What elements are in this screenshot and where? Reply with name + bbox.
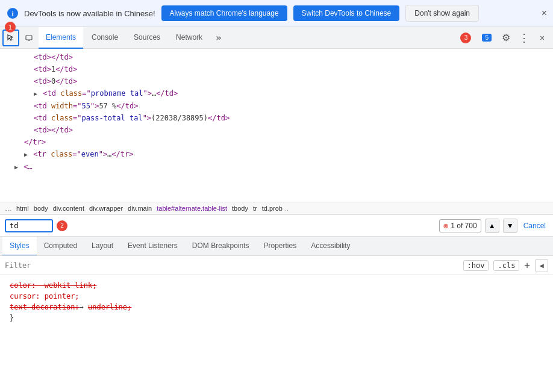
switch-devtools-button[interactable]: Switch DevTools to Chinese bbox=[293, 5, 400, 21]
css-cursor-prop: cursor: pointer; bbox=[10, 292, 80, 300]
device-toggle-button[interactable] bbox=[20, 30, 37, 46]
tab-badge-1: 1 bbox=[5, 22, 16, 33]
expand-triangle[interactable]: ▶ bbox=[14, 164, 18, 170]
error-count-badge: 3 bbox=[460, 33, 471, 43]
html-tree-panel: <td></td> <td>1</td> <td>0</td> ▶ <td cl… bbox=[0, 49, 553, 202]
tag-open: <td> bbox=[34, 53, 51, 61]
more-filter-button[interactable]: ◀ bbox=[535, 259, 548, 272]
btab-layout[interactable]: Layout bbox=[84, 237, 120, 256]
search-input[interactable] bbox=[10, 222, 34, 230]
css-close-brace: } bbox=[10, 313, 543, 323]
tab-console[interactable]: Console bbox=[84, 27, 125, 49]
btab-dom-breakpoints[interactable]: DOM Breakpoints bbox=[185, 237, 257, 256]
add-rule-button[interactable]: + bbox=[524, 260, 530, 271]
btab-event-listeners[interactable]: Event Listeners bbox=[120, 237, 185, 256]
tree-line[interactable]: </tr> bbox=[0, 136, 553, 148]
breadcrumb-body[interactable]: body bbox=[34, 205, 48, 212]
hov-button[interactable]: :hov bbox=[463, 260, 489, 271]
btab-styles[interactable]: Styles bbox=[2, 237, 37, 256]
css-rule-line: cursor: pointer; bbox=[10, 291, 543, 302]
tag-close: </td> bbox=[55, 77, 77, 86]
css-rule-line: color: -webkit-link; bbox=[10, 280, 543, 291]
always-match-button[interactable]: Always match Chrome's language bbox=[161, 5, 287, 21]
search-badge-2: 2 bbox=[57, 220, 67, 231]
breadcrumb-div-main[interactable]: div.main bbox=[128, 205, 152, 212]
tree-line[interactable]: ▶ <tr class="even">…</tr> bbox=[0, 148, 553, 161]
breadcrumb-div-wrapper[interactable]: div.wrapper bbox=[89, 205, 123, 212]
search-next-button[interactable]: ▼ bbox=[503, 219, 517, 233]
close-devtools-button[interactable]: × bbox=[534, 30, 551, 46]
search-count-wrap: ⊗ 1 of 700 bbox=[439, 219, 481, 232]
btab-accessibility[interactable]: Accessibility bbox=[304, 237, 357, 256]
tree-line[interactable]: <td></td> bbox=[0, 124, 553, 136]
more-options-button[interactable]: ⋮ bbox=[516, 30, 533, 46]
more-tabs-button[interactable]: » bbox=[211, 32, 227, 43]
bottom-tab-bar: Styles Computed Layout Event Listeners D… bbox=[0, 237, 553, 256]
tag-close: </td> bbox=[51, 53, 73, 61]
lang-bar-text: DevTools is now available in Chinese! bbox=[24, 9, 155, 18]
breadcrumb-div-content[interactable]: div.content bbox=[53, 205, 84, 212]
breadcrumb: … html body div.content div.wrapper div.… bbox=[0, 202, 553, 215]
settings-button[interactable]: ⚙ bbox=[498, 30, 514, 46]
tag-open: <td bbox=[43, 89, 60, 98]
info-icon: i bbox=[7, 8, 18, 19]
filter-input[interactable] bbox=[5, 261, 458, 270]
message-badge-area: 5 bbox=[477, 34, 496, 42]
filter-bar: :hov .cls + ◀ bbox=[0, 256, 553, 275]
svg-rect-0 bbox=[26, 36, 32, 40]
tree-line[interactable]: ▶ <td class="probname tal">…</td> bbox=[0, 87, 553, 100]
language-notification-bar: i DevTools is now available in Chinese! … bbox=[0, 0, 553, 27]
tag-close: </td> bbox=[55, 65, 77, 73]
tab-network[interactable]: Network bbox=[169, 27, 210, 49]
btab-computed[interactable]: Computed bbox=[37, 237, 84, 256]
breadcrumb-tbody[interactable]: tbody bbox=[232, 205, 248, 212]
btab-properties[interactable]: Properties bbox=[257, 237, 304, 256]
tag-open: <td> bbox=[34, 77, 51, 86]
tree-line[interactable]: ▶ <… bbox=[0, 161, 553, 173]
search-prev-button[interactable]: ▲ bbox=[485, 219, 499, 233]
breadcrumb-html[interactable]: html bbox=[16, 205, 29, 212]
dont-show-again-button[interactable]: Don't show again bbox=[405, 5, 479, 22]
expand-triangle[interactable]: ▶ bbox=[34, 90, 37, 97]
search-cancel-button[interactable]: Cancel bbox=[521, 222, 548, 230]
cursor-icon bbox=[7, 34, 15, 42]
search-input-wrap bbox=[5, 219, 53, 232]
search-count-text: 1 of 700 bbox=[451, 222, 476, 230]
tree-line[interactable]: <td></td> bbox=[0, 51, 553, 63]
error-badge-area: 3 bbox=[455, 33, 476, 43]
tree-line[interactable]: <td>1</td> bbox=[0, 63, 553, 75]
tree-line[interactable]: <td>0</td> bbox=[0, 75, 553, 87]
tab-sources[interactable]: Sources bbox=[127, 27, 167, 49]
css-rule-line: text-decoration:→ underline; bbox=[10, 302, 543, 313]
tree-line[interactable]: <td width="55">57 %</td> bbox=[0, 100, 553, 112]
message-count-badge: 5 bbox=[482, 34, 492, 42]
svg-rect-1 bbox=[28, 40, 30, 41]
devtools-tab-bar: Elements Console Sources Network » 3 5 ⚙… bbox=[0, 27, 553, 49]
close-lang-bar-button[interactable]: × bbox=[542, 8, 547, 19]
tree-line[interactable]: <td class="pass-total tal">(22038/38895)… bbox=[0, 112, 553, 124]
device-icon bbox=[25, 34, 33, 42]
expand-triangle[interactable]: ▶ bbox=[24, 151, 28, 158]
search-bar: 2 ⊗ 1 of 700 ▲ ▼ Cancel bbox=[0, 215, 553, 237]
css-color-prop: color: -webkit-link; bbox=[10, 281, 97, 290]
css-textdec-prop: text-decoration: bbox=[10, 303, 80, 311]
breadcrumb-tr[interactable]: tr bbox=[253, 205, 257, 212]
tab-elements[interactable]: Elements bbox=[39, 27, 83, 49]
cls-button[interactable]: .cls bbox=[493, 260, 519, 271]
breadcrumb-td[interactable]: td.prob bbox=[262, 205, 283, 212]
breadcrumb-table[interactable]: table#alternate.table-list bbox=[157, 205, 227, 212]
clear-search-button[interactable]: ⊗ bbox=[443, 221, 448, 231]
tag-open: <td> bbox=[34, 65, 51, 73]
css-properties-area: color: -webkit-link; cursor: pointer; te… bbox=[0, 275, 553, 335]
